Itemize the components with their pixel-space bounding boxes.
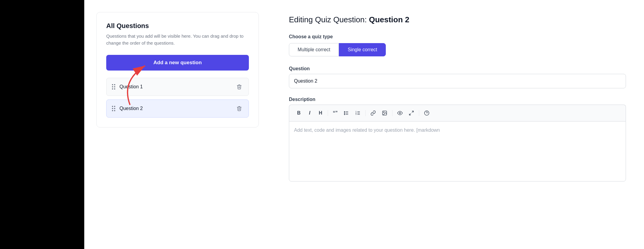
- drag-handle-2[interactable]: [111, 105, 116, 112]
- question-1-label: Question 1: [119, 84, 231, 90]
- image-button[interactable]: [379, 109, 390, 118]
- quiz-type-buttons: Multiple correct Single correct: [289, 43, 626, 56]
- main-content: All Questions Questions that you add wil…: [84, 0, 644, 249]
- svg-point-14: [383, 112, 384, 112]
- editing-title-question: Question 2: [369, 15, 409, 24]
- question-item-2[interactable]: Question 2: [106, 99, 249, 118]
- delete-question-1-button[interactable]: [235, 82, 244, 91]
- svg-line-16: [412, 111, 413, 112]
- question-2-label: Question 2: [119, 106, 231, 111]
- svg-point-6: [344, 114, 345, 115]
- description-editor[interactable]: Add text, code and images related to you…: [289, 121, 626, 181]
- editing-title: Editing Quiz Question: Question 2: [289, 15, 626, 24]
- question-field-label: Question: [289, 66, 626, 71]
- svg-text:3: 3: [356, 113, 357, 115]
- numbered-list-button[interactable]: 1 2 3: [353, 109, 363, 118]
- svg-point-4: [344, 111, 345, 112]
- question-input[interactable]: [289, 74, 626, 88]
- add-question-button[interactable]: Add a new question: [106, 55, 249, 71]
- svg-point-5: [344, 113, 345, 113]
- toolbar-separator-3: [392, 110, 392, 116]
- single-correct-button[interactable]: Single correct: [339, 43, 386, 56]
- italic-button[interactable]: I: [305, 109, 314, 118]
- preview-button[interactable]: [395, 109, 405, 118]
- drag-handle-1[interactable]: [111, 84, 116, 90]
- heading-button[interactable]: H: [316, 109, 325, 118]
- question-list: Question 1: [106, 78, 249, 118]
- editing-panel: Editing Quiz Question: Question 2 Choose…: [271, 12, 644, 237]
- toolbar-separator-1: [328, 110, 328, 116]
- svg-point-15: [399, 112, 401, 114]
- question-item-1[interactable]: Question 1: [106, 78, 249, 96]
- questions-subtitle: Questions that you add will be visible h…: [106, 33, 249, 46]
- quiz-type-label: Choose a quiz type: [289, 34, 626, 39]
- delete-question-2-button[interactable]: [235, 104, 244, 113]
- quote-button[interactable]: “”: [330, 109, 340, 118]
- toolbar-separator-4: [419, 110, 419, 116]
- help-button[interactable]: [422, 109, 432, 118]
- bullet-list-button[interactable]: [341, 109, 351, 118]
- svg-line-17: [409, 114, 411, 115]
- fullscreen-button[interactable]: [406, 109, 416, 118]
- link-button[interactable]: [368, 109, 378, 118]
- bold-button[interactable]: B: [294, 109, 304, 118]
- description-placeholder: Add text, code and images related to you…: [294, 128, 440, 133]
- toolbar-separator-2: [365, 110, 366, 116]
- sidebar: [0, 0, 84, 249]
- questions-card: All Questions Questions that you add wil…: [96, 12, 259, 128]
- editor-toolbar: B I H “” 1 2 3: [289, 105, 626, 121]
- questions-title: All Questions: [106, 22, 249, 30]
- description-label: Description: [289, 97, 626, 102]
- editing-title-prefix: Editing Quiz Question:: [289, 15, 367, 24]
- multiple-correct-button[interactable]: Multiple correct: [289, 43, 339, 56]
- questions-panel: All Questions Questions that you add wil…: [84, 12, 271, 237]
